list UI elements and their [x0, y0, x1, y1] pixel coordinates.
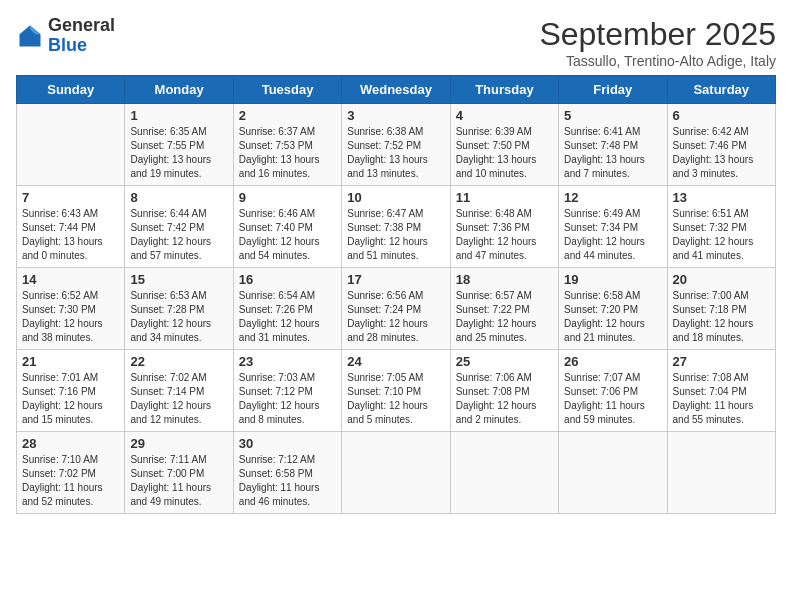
day-number: 8 [130, 190, 227, 205]
day-header-sunday: Sunday [17, 76, 125, 104]
month-title: September 2025 [539, 16, 776, 53]
calendar-table: SundayMondayTuesdayWednesdayThursdayFrid… [16, 75, 776, 514]
header-row: SundayMondayTuesdayWednesdayThursdayFrid… [17, 76, 776, 104]
day-number: 18 [456, 272, 553, 287]
calendar-cell: 15Sunrise: 6:53 AM Sunset: 7:28 PM Dayli… [125, 268, 233, 350]
calendar-cell [450, 432, 558, 514]
calendar-cell: 7Sunrise: 6:43 AM Sunset: 7:44 PM Daylig… [17, 186, 125, 268]
day-number: 12 [564, 190, 661, 205]
day-header-thursday: Thursday [450, 76, 558, 104]
day-info: Sunrise: 6:58 AM Sunset: 7:20 PM Dayligh… [564, 289, 661, 345]
calendar-week-2: 14Sunrise: 6:52 AM Sunset: 7:30 PM Dayli… [17, 268, 776, 350]
calendar-cell [667, 432, 775, 514]
calendar-cell: 29Sunrise: 7:11 AM Sunset: 7:00 PM Dayli… [125, 432, 233, 514]
calendar-cell: 16Sunrise: 6:54 AM Sunset: 7:26 PM Dayli… [233, 268, 341, 350]
day-number: 25 [456, 354, 553, 369]
day-number: 16 [239, 272, 336, 287]
calendar-cell: 20Sunrise: 7:00 AM Sunset: 7:18 PM Dayli… [667, 268, 775, 350]
calendar-cell: 18Sunrise: 6:57 AM Sunset: 7:22 PM Dayli… [450, 268, 558, 350]
day-number: 2 [239, 108, 336, 123]
day-info: Sunrise: 6:44 AM Sunset: 7:42 PM Dayligh… [130, 207, 227, 263]
day-header-wednesday: Wednesday [342, 76, 450, 104]
subtitle: Tassullo, Trentino-Alto Adige, Italy [539, 53, 776, 69]
day-info: Sunrise: 6:48 AM Sunset: 7:36 PM Dayligh… [456, 207, 553, 263]
day-info: Sunrise: 7:10 AM Sunset: 7:02 PM Dayligh… [22, 453, 119, 509]
day-info: Sunrise: 6:41 AM Sunset: 7:48 PM Dayligh… [564, 125, 661, 181]
day-header-tuesday: Tuesday [233, 76, 341, 104]
day-info: Sunrise: 7:07 AM Sunset: 7:06 PM Dayligh… [564, 371, 661, 427]
calendar-cell [559, 432, 667, 514]
calendar-cell: 3Sunrise: 6:38 AM Sunset: 7:52 PM Daylig… [342, 104, 450, 186]
logo-icon [16, 22, 44, 50]
day-info: Sunrise: 7:05 AM Sunset: 7:10 PM Dayligh… [347, 371, 444, 427]
day-info: Sunrise: 6:54 AM Sunset: 7:26 PM Dayligh… [239, 289, 336, 345]
calendar-week-0: 1Sunrise: 6:35 AM Sunset: 7:55 PM Daylig… [17, 104, 776, 186]
day-number: 3 [347, 108, 444, 123]
calendar-cell: 23Sunrise: 7:03 AM Sunset: 7:12 PM Dayli… [233, 350, 341, 432]
day-number: 24 [347, 354, 444, 369]
day-info: Sunrise: 6:47 AM Sunset: 7:38 PM Dayligh… [347, 207, 444, 263]
day-number: 29 [130, 436, 227, 451]
day-info: Sunrise: 6:38 AM Sunset: 7:52 PM Dayligh… [347, 125, 444, 181]
logo: General Blue [16, 16, 115, 56]
calendar-cell: 25Sunrise: 7:06 AM Sunset: 7:08 PM Dayli… [450, 350, 558, 432]
calendar-cell: 26Sunrise: 7:07 AM Sunset: 7:06 PM Dayli… [559, 350, 667, 432]
calendar-cell: 5Sunrise: 6:41 AM Sunset: 7:48 PM Daylig… [559, 104, 667, 186]
day-number: 13 [673, 190, 770, 205]
calendar-cell: 22Sunrise: 7:02 AM Sunset: 7:14 PM Dayli… [125, 350, 233, 432]
day-header-friday: Friday [559, 76, 667, 104]
calendar-cell: 12Sunrise: 6:49 AM Sunset: 7:34 PM Dayli… [559, 186, 667, 268]
day-info: Sunrise: 6:49 AM Sunset: 7:34 PM Dayligh… [564, 207, 661, 263]
day-number: 22 [130, 354, 227, 369]
day-number: 6 [673, 108, 770, 123]
day-number: 15 [130, 272, 227, 287]
calendar-cell: 24Sunrise: 7:05 AM Sunset: 7:10 PM Dayli… [342, 350, 450, 432]
calendar-cell: 2Sunrise: 6:37 AM Sunset: 7:53 PM Daylig… [233, 104, 341, 186]
day-info: Sunrise: 6:39 AM Sunset: 7:50 PM Dayligh… [456, 125, 553, 181]
day-header-saturday: Saturday [667, 76, 775, 104]
day-number: 26 [564, 354, 661, 369]
day-number: 20 [673, 272, 770, 287]
day-number: 10 [347, 190, 444, 205]
calendar-cell: 13Sunrise: 6:51 AM Sunset: 7:32 PM Dayli… [667, 186, 775, 268]
calendar-cell: 4Sunrise: 6:39 AM Sunset: 7:50 PM Daylig… [450, 104, 558, 186]
calendar-cell: 1Sunrise: 6:35 AM Sunset: 7:55 PM Daylig… [125, 104, 233, 186]
day-number: 4 [456, 108, 553, 123]
day-info: Sunrise: 7:06 AM Sunset: 7:08 PM Dayligh… [456, 371, 553, 427]
calendar-cell: 28Sunrise: 7:10 AM Sunset: 7:02 PM Dayli… [17, 432, 125, 514]
day-info: Sunrise: 7:01 AM Sunset: 7:16 PM Dayligh… [22, 371, 119, 427]
calendar-cell: 19Sunrise: 6:58 AM Sunset: 7:20 PM Dayli… [559, 268, 667, 350]
calendar-cell: 9Sunrise: 6:46 AM Sunset: 7:40 PM Daylig… [233, 186, 341, 268]
day-info: Sunrise: 7:02 AM Sunset: 7:14 PM Dayligh… [130, 371, 227, 427]
calendar-cell: 10Sunrise: 6:47 AM Sunset: 7:38 PM Dayli… [342, 186, 450, 268]
title-area: September 2025 Tassullo, Trentino-Alto A… [539, 16, 776, 69]
calendar-cell: 27Sunrise: 7:08 AM Sunset: 7:04 PM Dayli… [667, 350, 775, 432]
calendar-cell [17, 104, 125, 186]
calendar-cell: 30Sunrise: 7:12 AM Sunset: 6:58 PM Dayli… [233, 432, 341, 514]
calendar-week-1: 7Sunrise: 6:43 AM Sunset: 7:44 PM Daylig… [17, 186, 776, 268]
day-info: Sunrise: 6:56 AM Sunset: 7:24 PM Dayligh… [347, 289, 444, 345]
day-info: Sunrise: 7:08 AM Sunset: 7:04 PM Dayligh… [673, 371, 770, 427]
day-number: 23 [239, 354, 336, 369]
day-info: Sunrise: 6:52 AM Sunset: 7:30 PM Dayligh… [22, 289, 119, 345]
day-number: 28 [22, 436, 119, 451]
day-info: Sunrise: 7:11 AM Sunset: 7:00 PM Dayligh… [130, 453, 227, 509]
calendar-cell: 11Sunrise: 6:48 AM Sunset: 7:36 PM Dayli… [450, 186, 558, 268]
day-info: Sunrise: 7:03 AM Sunset: 7:12 PM Dayligh… [239, 371, 336, 427]
day-info: Sunrise: 7:00 AM Sunset: 7:18 PM Dayligh… [673, 289, 770, 345]
day-number: 9 [239, 190, 336, 205]
day-info: Sunrise: 6:35 AM Sunset: 7:55 PM Dayligh… [130, 125, 227, 181]
day-number: 21 [22, 354, 119, 369]
day-number: 11 [456, 190, 553, 205]
logo-text: General Blue [48, 16, 115, 56]
day-number: 5 [564, 108, 661, 123]
calendar-header: SundayMondayTuesdayWednesdayThursdayFrid… [17, 76, 776, 104]
day-info: Sunrise: 6:42 AM Sunset: 7:46 PM Dayligh… [673, 125, 770, 181]
day-info: Sunrise: 6:46 AM Sunset: 7:40 PM Dayligh… [239, 207, 336, 263]
calendar-week-4: 28Sunrise: 7:10 AM Sunset: 7:02 PM Dayli… [17, 432, 776, 514]
day-number: 7 [22, 190, 119, 205]
day-info: Sunrise: 6:57 AM Sunset: 7:22 PM Dayligh… [456, 289, 553, 345]
calendar-cell: 21Sunrise: 7:01 AM Sunset: 7:16 PM Dayli… [17, 350, 125, 432]
day-number: 30 [239, 436, 336, 451]
calendar-cell: 14Sunrise: 6:52 AM Sunset: 7:30 PM Dayli… [17, 268, 125, 350]
